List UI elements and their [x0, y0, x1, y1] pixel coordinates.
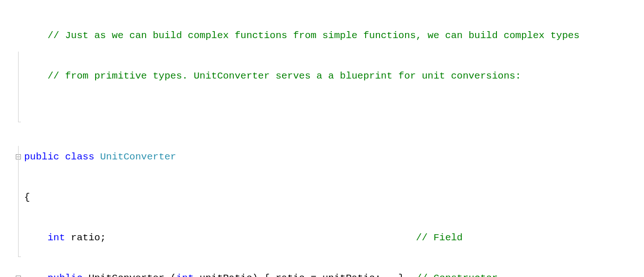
- code-area[interactable]: // Just as we can build complex function…: [22, 2, 644, 277]
- code-line[interactable]: [24, 110, 644, 123]
- code-line[interactable]: // Just as we can build complex function…: [24, 29, 644, 42]
- fold-toggle[interactable]: [0, 150, 22, 164]
- comment: // Just as we can build complex function…: [47, 30, 580, 41]
- gutter: [0, 2, 22, 277]
- code-line[interactable]: int ratio; // Field: [24, 231, 644, 244]
- code-line[interactable]: {: [24, 191, 644, 204]
- code-line[interactable]: public class UnitConverter: [24, 150, 644, 164]
- outline-guide: [18, 52, 19, 122]
- comment: // from primitive types. UnitConverter s…: [47, 71, 521, 81]
- outline-guide-end: [18, 257, 21, 257]
- outline-guide-end: [18, 122, 21, 122]
- code-editor[interactable]: // Just as we can build complex function…: [0, 0, 644, 277]
- fold-toggle[interactable]: [0, 271, 22, 277]
- code-line[interactable]: public UnitConverter (int unitRatio) { r…: [24, 271, 644, 277]
- outline-guide: [18, 146, 19, 257]
- code-line[interactable]: // from primitive types. UnitConverter s…: [24, 69, 644, 83]
- type-name: UnitConverter: [100, 152, 176, 162]
